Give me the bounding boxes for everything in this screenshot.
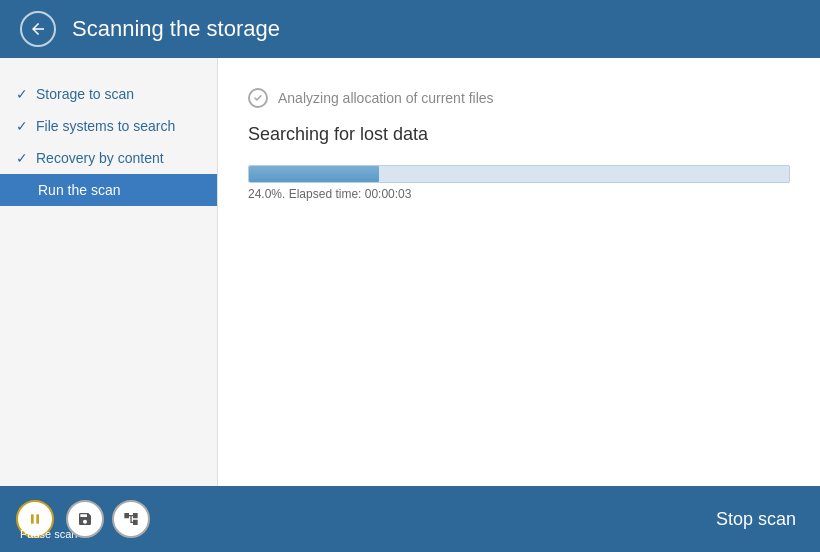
check-icon-storage: ✓	[16, 86, 28, 102]
header: Scanning the storage	[0, 0, 820, 58]
analyzing-row: Analyzing allocation of current files	[248, 88, 790, 108]
progress-bar-background	[248, 165, 790, 183]
view-button[interactable]	[112, 500, 150, 538]
footer: Pause scan Stop scan	[0, 486, 820, 552]
sidebar-label-run: Run the scan	[38, 182, 121, 198]
header-title: Scanning the storage	[72, 16, 280, 42]
stop-scan-button[interactable]: Stop scan	[708, 505, 804, 534]
svg-rect-1	[36, 514, 39, 523]
sidebar: ✓ Storage to scan ✓ File systems to sear…	[0, 58, 218, 486]
pause-icon	[27, 511, 43, 527]
svg-rect-0	[31, 514, 34, 523]
sidebar-item-recovery-content[interactable]: ✓ Recovery by content	[0, 142, 217, 174]
save-button[interactable]	[66, 500, 104, 538]
progress-text: 24.0%. Elapsed time: 00:00:03	[248, 187, 790, 201]
check-icon-filesystems: ✓	[16, 118, 28, 134]
sidebar-item-run-scan[interactable]: Run the scan	[0, 174, 217, 206]
save-icon	[77, 511, 93, 527]
check-circle-icon	[252, 92, 264, 104]
sidebar-label-filesystems: File systems to search	[36, 118, 175, 134]
sidebar-label-storage: Storage to scan	[36, 86, 134, 102]
analyzing-text: Analyzing allocation of current files	[278, 90, 494, 106]
progress-container: 24.0%. Elapsed time: 00:00:03	[248, 165, 790, 201]
sidebar-item-storage-to-scan[interactable]: ✓ Storage to scan	[0, 78, 217, 110]
back-icon	[29, 20, 47, 38]
back-button[interactable]	[20, 11, 56, 47]
content-area: Analyzing allocation of current files Se…	[218, 58, 820, 486]
progress-bar-fill	[249, 166, 379, 182]
check-icon-recovery: ✓	[16, 150, 28, 166]
sidebar-label-recovery: Recovery by content	[36, 150, 164, 166]
main-layout: ✓ Storage to scan ✓ File systems to sear…	[0, 58, 820, 486]
searching-title: Searching for lost data	[248, 124, 790, 145]
sidebar-item-file-systems[interactable]: ✓ File systems to search	[0, 110, 217, 142]
tree-icon	[123, 511, 139, 527]
analyzing-icon	[248, 88, 268, 108]
